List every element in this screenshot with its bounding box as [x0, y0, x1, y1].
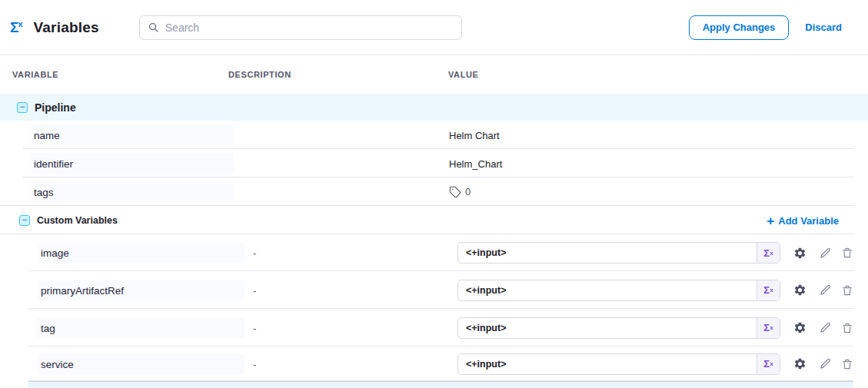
value-text: Helm_Chart	[449, 158, 502, 169]
description-text: -	[253, 322, 256, 333]
search-box[interactable]	[139, 15, 462, 40]
table-row-tags: tags 0	[0, 177, 868, 206]
settings-button[interactable]	[793, 284, 806, 297]
delete-button[interactable]	[840, 246, 854, 260]
gear-icon	[793, 284, 806, 297]
variable-label: name	[34, 129, 60, 141]
variable-name-field: image	[37, 243, 244, 264]
pencil-icon	[819, 357, 832, 370]
tag-count-text: 0	[465, 186, 471, 197]
edit-button[interactable]	[818, 284, 832, 297]
search-icon	[148, 22, 159, 33]
trash-icon	[841, 247, 853, 259]
trash-icon	[841, 284, 853, 297]
gear-icon	[793, 321, 806, 334]
table-row-primaryArtifactRef: primaryArtifactRef - Σx	[0, 271, 868, 309]
add-variable-label: Add Variable	[778, 214, 839, 226]
delete-button[interactable]	[840, 284, 854, 297]
variable-name-field: primaryArtifactRef	[37, 280, 244, 300]
variable-name-field: tags	[31, 181, 234, 202]
search-input[interactable]	[165, 22, 454, 34]
variable-name-field: tag	[37, 317, 244, 338]
value-input-group: Σx	[457, 317, 780, 339]
settings-button[interactable]	[793, 246, 806, 260]
pencil-icon	[819, 321, 832, 334]
settings-button[interactable]	[793, 321, 806, 335]
plus-icon: +	[767, 214, 774, 227]
pencil-icon	[819, 284, 832, 297]
section-row-custom-variables: − Custom Variables + Add Variable	[0, 206, 868, 234]
column-header-variable: VARIABLE	[12, 70, 58, 79]
value-input[interactable]	[458, 280, 757, 300]
table-row-tag: tag - Σx	[0, 309, 868, 347]
next-section-row-partial[interactable]	[28, 381, 853, 388]
variable-label: tags	[34, 186, 54, 197]
top-actions: Apply Changes Discard	[689, 15, 842, 40]
gear-icon	[793, 357, 806, 370]
edit-button[interactable]	[818, 357, 832, 371]
value-input-group: Σx	[457, 242, 780, 264]
discard-button[interactable]: Discard	[805, 22, 842, 33]
trash-icon	[841, 358, 853, 370]
variable-name-field: service	[37, 353, 244, 374]
value-input[interactable]	[458, 243, 757, 263]
page-title: Variables	[34, 19, 99, 36]
description-text: -	[253, 358, 256, 370]
value-input[interactable]	[458, 354, 757, 374]
settings-button[interactable]	[793, 357, 806, 371]
edit-button[interactable]	[818, 246, 832, 260]
expression-type-toggle-icon[interactable]: Σx	[757, 243, 780, 263]
collapse-icon[interactable]: −	[19, 215, 30, 226]
expression-type-toggle-icon[interactable]: Σx	[757, 280, 780, 300]
trash-icon	[841, 322, 853, 334]
delete-button[interactable]	[840, 321, 854, 335]
section-row-pipeline: − Pipeline	[0, 94, 868, 121]
variable-name-field: identifier	[31, 153, 234, 174]
top-bar: Σx Variables Apply Changes Discard	[0, 0, 868, 55]
variable-label: image	[41, 247, 69, 259]
table-row-name: name Helm Chart	[0, 121, 868, 149]
gear-icon	[793, 247, 806, 260]
expression-type-toggle-icon[interactable]: Σx	[757, 354, 780, 374]
value-input-group: Σx	[457, 280, 780, 301]
variable-label: identifier	[34, 158, 73, 169]
collapse-icon[interactable]: −	[17, 102, 28, 113]
delete-button[interactable]	[840, 357, 854, 371]
value-input-group: Σx	[457, 353, 780, 375]
value-text: Helm Chart	[449, 129, 500, 141]
variables-panel: Σx Variables Apply Changes Discard VARIA…	[0, 0, 868, 388]
variable-label: primaryArtifactRef	[41, 284, 124, 296]
variable-name-field: name	[31, 124, 234, 145]
column-header-description: DESCRIPTION	[228, 70, 291, 79]
pencil-icon	[819, 247, 832, 260]
column-header-value: VALUE	[448, 70, 478, 79]
tags-value: 0	[449, 186, 471, 198]
add-variable-button[interactable]: + Add Variable	[767, 214, 839, 227]
variable-label: service	[41, 358, 74, 370]
value-input[interactable]	[458, 318, 757, 338]
description-text: -	[253, 284, 256, 296]
table-row-image: image - Σx	[0, 234, 868, 271]
tag-icon	[449, 186, 461, 198]
variable-label: tag	[41, 322, 55, 333]
table-row-identifier: identifier Helm_Chart	[0, 149, 868, 177]
tag-count: 0	[449, 186, 471, 198]
section-label-custom-variables: Custom Variables	[37, 215, 118, 226]
expression-type-toggle-icon[interactable]: Σx	[757, 318, 780, 338]
table-header-row: VARIABLE DESCRIPTION VALUE	[0, 55, 868, 94]
sigma-expression-icon: Σx	[10, 20, 23, 35]
edit-button[interactable]	[818, 321, 832, 335]
description-text: -	[253, 247, 256, 259]
table-row-service: service - Σx	[0, 347, 868, 381]
apply-changes-button[interactable]: Apply Changes	[689, 15, 790, 40]
section-label-pipeline: Pipeline	[35, 101, 76, 114]
